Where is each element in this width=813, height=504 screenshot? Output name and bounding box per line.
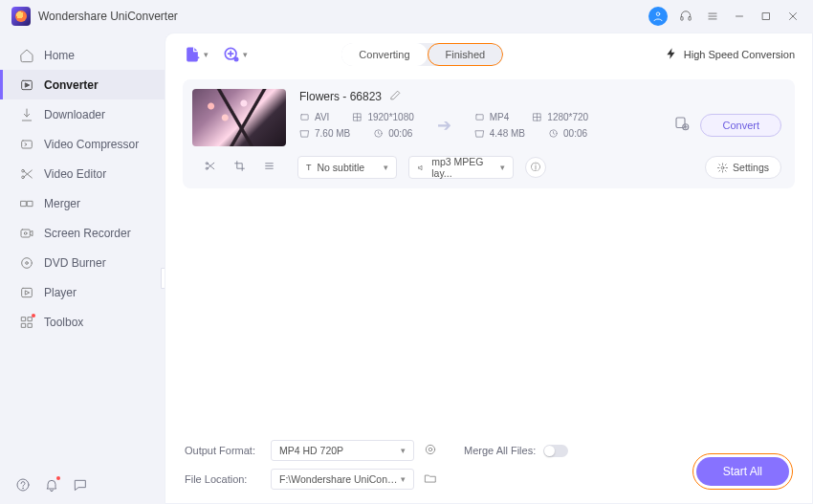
sidebar-item-downloader[interactable]: Downloader (0, 99, 165, 129)
home-icon (19, 48, 34, 63)
sidebar-item-label: Player (44, 286, 77, 299)
file-location-label: File Location: (185, 473, 261, 485)
svg-point-44 (721, 166, 724, 169)
sidebar-item-label: DVD Burner (44, 256, 106, 270)
svg-point-30 (234, 57, 239, 62)
settings-button[interactable]: Settings (705, 156, 781, 179)
svg-rect-34 (476, 115, 483, 121)
svg-marker-22 (26, 291, 30, 295)
output-format-label: Output Format: (185, 445, 261, 456)
close-button[interactable] (784, 8, 802, 25)
subtitle-select[interactable]: TNo subtitle▾ (297, 156, 397, 179)
svg-rect-26 (28, 323, 32, 327)
svg-rect-21 (22, 288, 33, 296)
svg-rect-23 (22, 317, 26, 320)
output-settings-icon[interactable] (673, 115, 691, 136)
svg-point-19 (22, 257, 33, 268)
sidebar-item-label: Merger (44, 197, 80, 210)
sidebar-item-player[interactable]: Player (0, 277, 165, 307)
more-icon[interactable] (263, 159, 275, 176)
sidebar-item-toolbox[interactable]: Toolbox (0, 307, 165, 337)
sidebar-footer (15, 477, 88, 493)
convert-button[interactable]: Convert (700, 114, 781, 137)
feedback-icon[interactable] (73, 477, 88, 493)
sidebar-item-label: Toolbox (44, 316, 83, 329)
bolt-icon (665, 47, 678, 62)
start-all-button[interactable]: Start All (696, 457, 789, 486)
svg-point-45 (428, 448, 432, 451)
svg-rect-7 (763, 13, 770, 20)
sidebar-item-converter[interactable]: Converter (0, 70, 165, 99)
menu-icon[interactable] (704, 8, 721, 25)
open-folder-icon[interactable] (424, 471, 437, 487)
bell-icon[interactable] (44, 477, 59, 493)
sidebar-item-label: Downloader (44, 108, 105, 121)
svg-point-18 (24, 231, 27, 234)
crop-icon[interactable] (233, 159, 246, 176)
minimize-button[interactable] (731, 8, 748, 25)
output-format-select[interactable]: MP4 HD 720P▾ (271, 440, 414, 461)
disc-icon (19, 255, 34, 271)
compressor-icon (19, 137, 34, 152)
sidebar-item-label: Home (44, 49, 75, 62)
sidebar: Home Converter Downloader Video Compress… (0, 33, 165, 504)
svg-rect-31 (301, 115, 308, 121)
svg-rect-17 (21, 230, 30, 237)
sidebar-item-editor[interactable]: Video Editor (0, 159, 165, 188)
sidebar-item-recorder[interactable]: Screen Recorder (0, 218, 165, 248)
app-logo (11, 7, 31, 26)
titlebar: Wondershare UniConverter (0, 0, 813, 33)
headset-icon[interactable] (677, 8, 694, 25)
recorder-icon (19, 226, 34, 241)
svg-rect-16 (28, 201, 33, 206)
video-thumbnail[interactable] (192, 89, 286, 146)
app-title: Wondershare UniConverter (38, 10, 178, 23)
start-all-highlight: Start All (692, 453, 793, 490)
audio-select[interactable]: mp3 MPEG lay...▾ (408, 156, 514, 179)
sidebar-item-label: Video Editor (44, 167, 106, 181)
svg-rect-24 (28, 317, 32, 320)
user-avatar[interactable] (648, 7, 668, 26)
help-icon[interactable] (15, 477, 31, 493)
sidebar-item-label: Screen Recorder (44, 227, 131, 240)
sidebar-item-label: Video Compressor (44, 138, 139, 151)
high-speed-toggle[interactable]: High Speed Conversion (665, 47, 795, 62)
svg-rect-2 (689, 17, 691, 20)
status-tabs: Converting Finished (341, 43, 503, 66)
download-icon (19, 107, 34, 122)
edit-title-icon[interactable] (389, 89, 402, 104)
file-title: Flowers - 66823 (299, 90, 382, 103)
file-card: Flowers - 66823 AVI 1920*1080 7.60 MB 00… (183, 79, 795, 188)
info-icon[interactable]: ⓘ (525, 157, 546, 178)
merge-label: Merge All Files: (464, 445, 536, 456)
merger-icon (19, 196, 34, 211)
sidebar-item-home[interactable]: Home (0, 40, 165, 70)
svg-rect-37 (676, 118, 685, 128)
svg-rect-15 (21, 201, 26, 206)
sidebar-item-dvd[interactable]: DVD Burner (0, 248, 165, 277)
format-settings-icon[interactable] (424, 443, 437, 458)
svg-point-46 (426, 445, 434, 453)
edit-tools (192, 159, 286, 176)
file-location-select[interactable]: F:\Wondershare UniConverter▾ (271, 469, 414, 490)
svg-point-27 (17, 479, 29, 491)
maximize-button[interactable] (758, 8, 775, 25)
high-speed-label: High Speed Conversion (684, 49, 795, 60)
tab-finished[interactable]: Finished (428, 43, 504, 66)
scissors-icon (19, 166, 34, 182)
svg-marker-11 (26, 83, 30, 87)
sidebar-item-merger[interactable]: Merger (0, 188, 165, 218)
main-panel: ▾ ▾ Converting Finished High Speed Conve… (165, 33, 813, 504)
add-folder-button[interactable]: ▾ (222, 45, 248, 64)
converter-icon (19, 77, 34, 93)
tab-converting[interactable]: Converting (341, 43, 427, 66)
add-file-button[interactable]: ▾ (183, 45, 209, 64)
sidebar-item-compressor[interactable]: Video Compressor (0, 129, 165, 159)
svg-rect-25 (22, 323, 26, 327)
svg-rect-1 (681, 17, 683, 20)
merge-toggle[interactable] (543, 445, 568, 457)
sidebar-item-label: Converter (44, 78, 99, 92)
svg-point-20 (26, 261, 29, 264)
trim-icon[interactable] (204, 159, 216, 176)
bottom-bar: Output Format: MP4 HD 720P▾ Merge All Fi… (165, 430, 812, 503)
